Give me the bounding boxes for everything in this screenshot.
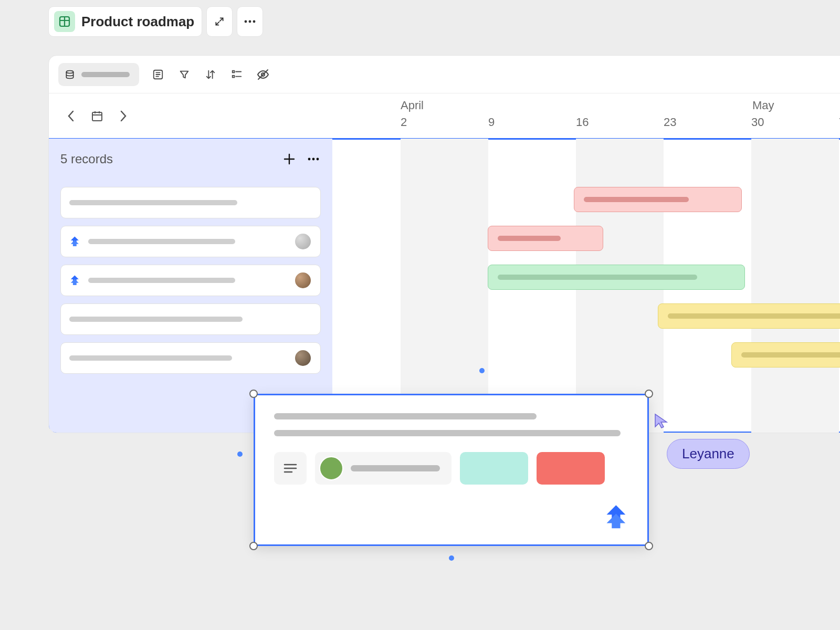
expand-button[interactable] <box>206 6 233 37</box>
resize-handle[interactable] <box>645 390 653 398</box>
stack-icon <box>65 69 75 80</box>
date-tick: 2 <box>401 116 407 129</box>
text-property-icon[interactable] <box>274 452 307 485</box>
record-row[interactable] <box>60 265 321 296</box>
status-chip-teal[interactable] <box>460 452 528 485</box>
record-title-placeholder <box>69 355 232 361</box>
database-icon <box>54 11 75 32</box>
group-icon[interactable] <box>229 67 244 82</box>
hide-icon[interactable] <box>256 67 270 82</box>
bar-label-placeholder <box>498 275 697 280</box>
bar-label-placeholder <box>668 313 840 319</box>
timeline-bar[interactable] <box>731 342 840 368</box>
layout-icon[interactable] <box>151 67 165 82</box>
collaborator-cursor <box>654 413 668 429</box>
avatar <box>294 349 312 367</box>
record-row[interactable] <box>60 342 321 374</box>
resize-handle[interactable] <box>249 390 258 398</box>
svg-point-12 <box>317 158 319 161</box>
view-name-placeholder <box>81 72 130 77</box>
record-row[interactable] <box>60 226 321 257</box>
record-count: 5 records <box>60 152 113 166</box>
bar-label-placeholder <box>584 197 689 202</box>
record-row[interactable] <box>60 187 321 218</box>
resize-handle[interactable] <box>249 542 258 550</box>
svg-point-3 <box>253 20 256 23</box>
svg-rect-7 <box>233 75 235 77</box>
svg-point-11 <box>312 158 315 161</box>
filter-icon[interactable] <box>177 67 192 82</box>
date-tick: 23 <box>664 116 676 129</box>
bar-label-placeholder <box>498 236 561 241</box>
timeline-bar[interactable] <box>574 187 742 212</box>
view-toolbar <box>49 56 840 93</box>
prev-button[interactable] <box>65 110 77 122</box>
record-detail-card[interactable] <box>254 394 649 546</box>
record-title-placeholder <box>69 200 237 205</box>
svg-rect-9 <box>92 112 102 121</box>
add-record-button[interactable] <box>282 152 297 166</box>
record-title-placeholder <box>69 317 243 322</box>
timeline-bar[interactable] <box>658 303 840 329</box>
record-title-placeholder <box>88 239 235 244</box>
timeline-panel: AprilMay291623307 5 records <box>48 55 840 433</box>
timeline-bar[interactable] <box>488 226 603 251</box>
record-title-placeholder <box>88 278 235 283</box>
jira-icon <box>69 236 81 247</box>
next-button[interactable] <box>117 110 130 122</box>
database-title-chip[interactable]: Product roadmap <box>48 6 202 37</box>
today-button[interactable] <box>91 110 103 122</box>
month-label: April <box>401 99 424 112</box>
status-chip-red[interactable] <box>537 452 605 485</box>
record-row[interactable] <box>60 303 321 335</box>
view-selector[interactable] <box>58 63 139 86</box>
selection-dot <box>237 452 243 457</box>
svg-point-1 <box>245 20 247 23</box>
resize-handle[interactable] <box>645 542 653 550</box>
card-subtitle-placeholder <box>274 430 621 436</box>
jira-icon <box>603 503 631 531</box>
date-tick: 16 <box>576 116 589 129</box>
date-tick: 30 <box>751 116 764 129</box>
svg-point-4 <box>66 70 73 73</box>
avatar <box>294 271 312 289</box>
svg-point-2 <box>249 20 251 23</box>
selection-dot <box>479 368 485 373</box>
svg-rect-6 <box>233 70 235 72</box>
card-title-placeholder <box>274 413 537 419</box>
timeline-body[interactable]: 5 records <box>49 139 840 433</box>
page-title: Product roadmap <box>81 14 194 30</box>
collaborator-label: Leyanne <box>667 439 750 469</box>
timeline-header: AprilMay291623307 <box>49 93 840 139</box>
jira-icon <box>69 275 81 286</box>
svg-point-10 <box>308 158 311 161</box>
sort-icon[interactable] <box>203 67 218 82</box>
records-sidebar: 5 records <box>49 139 332 433</box>
more-button[interactable] <box>237 6 263 37</box>
avatar <box>319 456 343 480</box>
timeline-bar[interactable] <box>488 265 745 290</box>
assignee-chip[interactable] <box>315 452 452 485</box>
avatar <box>294 233 312 250</box>
bar-label-placeholder <box>741 352 840 358</box>
month-label: May <box>752 99 774 112</box>
date-tick: 9 <box>488 116 495 129</box>
selection-dot <box>449 555 454 561</box>
assignee-name-placeholder <box>351 465 440 471</box>
title-bar: Product roadmap <box>48 6 263 37</box>
sidebar-more-button[interactable] <box>306 152 321 166</box>
